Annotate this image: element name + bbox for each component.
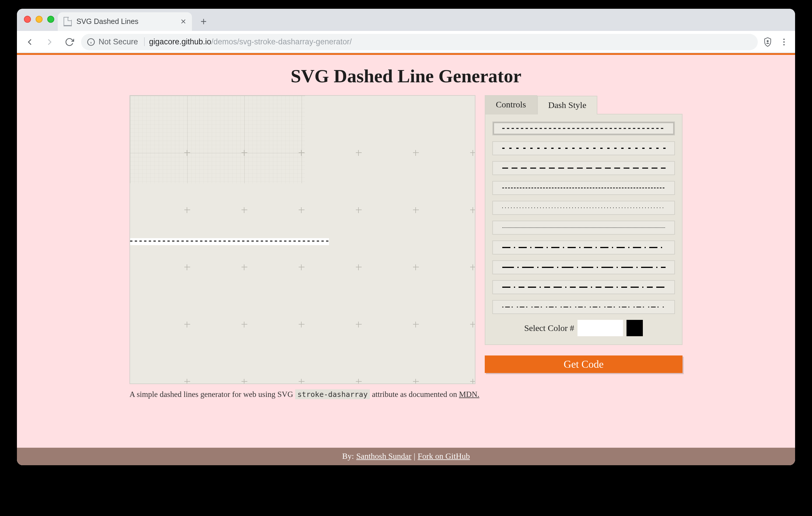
svg-rect-8 <box>130 96 305 183</box>
url-host: gigacore.github.io <box>149 37 211 46</box>
dash-style-option-0[interactable] <box>492 121 675 135</box>
security-label: Not Secure <box>98 37 138 46</box>
info-icon <box>87 38 95 46</box>
url-path: /demos/svg-stroke-dasharray-generator/ <box>211 37 352 46</box>
svg-point-3 <box>767 40 769 42</box>
svg-point-4 <box>783 38 785 40</box>
svg-point-6 <box>783 44 785 45</box>
footer-by: By: <box>342 452 354 461</box>
desc-mid: attribute as documented on <box>370 390 459 399</box>
tab-strip: SVG Dashed Lines × + <box>17 9 795 31</box>
svg-point-5 <box>783 41 785 43</box>
reload-button[interactable] <box>61 33 78 50</box>
tab-dash-style[interactable]: Dash Style <box>537 96 597 114</box>
address-bar[interactable]: Not Secure gigacore.github.io/demos/svg-… <box>81 33 758 50</box>
dash-style-option-7[interactable] <box>492 260 675 274</box>
dash-style-option-9[interactable] <box>492 300 675 314</box>
mdn-link[interactable]: MDN. <box>459 390 480 399</box>
description: A simple dashed lines generator for web … <box>129 390 683 399</box>
dash-style-option-5[interactable] <box>492 221 675 235</box>
desc-pre: A simple dashed lines generator for web … <box>129 390 295 399</box>
get-code-button[interactable]: Get Code <box>485 355 683 373</box>
footer-sep: | <box>413 452 415 461</box>
side-panel: Controls Dash Style Select Color # Get C <box>485 95 683 373</box>
back-button[interactable] <box>22 33 38 50</box>
dash-style-option-8[interactable] <box>492 280 675 294</box>
viewport: SVG Dashed Line Generator <box>17 53 795 465</box>
browser-window: SVG Dashed Lines × + Not Secure gig <box>17 9 795 465</box>
grid-background <box>130 96 305 183</box>
author-link[interactable]: Santhosh Sundar <box>356 452 411 461</box>
profile-button[interactable] <box>761 35 774 48</box>
color-row: Select Color # <box>492 320 675 336</box>
browser-toolbar: Not Secure gigacore.github.io/demos/svg-… <box>17 31 795 53</box>
close-tab-button[interactable]: × <box>180 17 186 26</box>
color-label: Select Color # <box>524 323 574 333</box>
url: gigacore.github.io/demos/svg-stroke-dash… <box>149 37 352 46</box>
page-title: SVG Dashed Line Generator <box>17 65 795 87</box>
window-controls <box>24 16 54 23</box>
new-tab-button[interactable]: + <box>196 13 212 30</box>
tab-controls[interactable]: Controls <box>485 95 537 114</box>
browser-tab[interactable]: SVG Dashed Lines × <box>58 12 192 31</box>
dash-style-option-6[interactable] <box>492 241 675 254</box>
preview-line <box>130 238 329 245</box>
preview-canvas[interactable] <box>129 95 475 384</box>
dash-style-option-1[interactable] <box>492 141 675 155</box>
dash-style-option-4[interactable] <box>492 201 675 215</box>
fork-link[interactable]: Fork on GitHub <box>418 452 470 461</box>
forward-button[interactable] <box>41 33 58 50</box>
maximize-window-button[interactable] <box>47 16 54 23</box>
dash-style-panel: Select Color # <box>485 114 683 345</box>
security-indicator[interactable]: Not Secure <box>87 37 144 46</box>
dash-style-option-2[interactable] <box>492 161 675 175</box>
minimize-window-button[interactable] <box>36 16 42 23</box>
tab-title: SVG Dashed Lines <box>77 18 139 26</box>
color-input[interactable] <box>578 320 623 336</box>
dash-style-list <box>492 121 675 314</box>
chrome-menu-button[interactable] <box>778 35 790 48</box>
page: SVG Dashed Line Generator <box>17 53 795 465</box>
footer: By: Santhosh Sundar | Fork on GitHub <box>17 448 795 465</box>
content: Controls Dash Style Select Color # Get C <box>129 95 683 384</box>
file-icon <box>64 17 72 26</box>
panel-tabs: Controls Dash Style <box>485 95 683 114</box>
close-window-button[interactable] <box>24 16 31 23</box>
desc-code: stroke-dasharray <box>295 389 370 399</box>
dash-style-option-3[interactable] <box>492 181 675 195</box>
color-swatch[interactable] <box>627 320 643 336</box>
